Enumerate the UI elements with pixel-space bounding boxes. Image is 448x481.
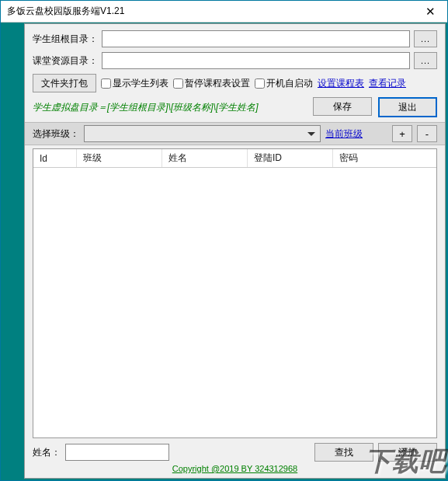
titlebar: 多饭云盘校园版服务端V1.21 ✕ xyxy=(1,1,447,23)
current-class-link[interactable]: 当前班级 xyxy=(325,127,363,141)
col-id[interactable]: Id xyxy=(33,149,77,167)
auto-start-label: 开机自启动 xyxy=(266,77,313,90)
set-schedule-link[interactable]: 设置课程表 xyxy=(318,77,364,90)
footer-row: 姓名： 查找 添加 xyxy=(33,438,437,463)
class-combo[interactable] xyxy=(84,125,321,142)
class-res-row: 课堂资源目录： ... xyxy=(33,52,437,69)
app-window: 多饭云盘校园版服务端V1.21 ✕ 学生组根目录： ... 课堂资源目录： ..… xyxy=(0,0,448,481)
main-panel: 学生组根目录： ... 课堂资源目录： ... 文件夹打包 显示学生列表 暂停课… xyxy=(24,23,446,479)
close-icon: ✕ xyxy=(425,5,436,19)
student-root-row: 学生组根目录： ... xyxy=(33,30,437,47)
browse-student-root-button[interactable]: ... xyxy=(414,30,437,47)
find-button[interactable]: 查找 xyxy=(314,443,373,462)
pause-schedule-checkbox[interactable]: 暂停课程表设置 xyxy=(173,77,250,90)
exit-button[interactable]: 退出 xyxy=(378,97,437,117)
virtual-path-hint: 学生虚拟盘目录＝[学生组根目录]\[班级名称]\[学生姓名] xyxy=(33,101,259,114)
name-label: 姓名： xyxy=(33,446,61,459)
name-input[interactable] xyxy=(65,444,169,461)
show-students-label: 显示学生列表 xyxy=(113,77,168,90)
col-name[interactable]: 姓名 xyxy=(162,149,248,167)
show-students-checkbox[interactable]: 显示学生列表 xyxy=(101,77,168,90)
select-class-label: 选择班级： xyxy=(33,127,79,141)
student-root-input[interactable] xyxy=(102,30,410,47)
col-login[interactable]: 登陆ID xyxy=(248,149,333,167)
close-button[interactable]: ✕ xyxy=(413,1,447,22)
show-students-check[interactable] xyxy=(101,78,111,89)
auto-start-check[interactable] xyxy=(255,78,265,89)
class-res-label: 课堂资源目录： xyxy=(33,54,98,68)
class-res-input[interactable] xyxy=(102,52,410,69)
options-row: 文件夹打包 显示学生列表 暂停课程表设置 开机自启动 设置课程表 查看记录 xyxy=(33,74,437,92)
view-log-link[interactable]: 查看记录 xyxy=(369,77,406,90)
window-title: 多饭云盘校园版服务端V1.21 xyxy=(1,5,413,18)
auto-start-checkbox[interactable]: 开机自启动 xyxy=(255,77,313,90)
copyright-link[interactable]: Copyright @2019 BY 324312968 xyxy=(33,464,437,473)
body-wrap: 学生组根目录： ... 课堂资源目录： ... 文件夹打包 显示学生列表 暂停课… xyxy=(1,23,447,480)
pause-schedule-label: 暂停课程表设置 xyxy=(185,77,250,90)
table-header: Id 班级 姓名 登陆ID 密码 xyxy=(33,149,436,168)
col-class[interactable]: 班级 xyxy=(77,149,162,167)
add-class-button[interactable]: + xyxy=(392,125,412,142)
col-pwd[interactable]: 密码 xyxy=(333,149,436,167)
left-gutter xyxy=(2,23,24,479)
hint-row: 学生虚拟盘目录＝[学生组根目录]\[班级名称]\[学生姓名] 保存 退出 xyxy=(33,97,437,117)
class-selector-bar: 选择班级： 当前班级 + - xyxy=(25,122,445,145)
table-body[interactable] xyxy=(33,168,436,437)
save-button[interactable]: 保存 xyxy=(313,97,372,116)
browse-class-res-button[interactable]: ... xyxy=(414,52,437,69)
add-button[interactable]: 添加 xyxy=(378,443,437,462)
student-root-label: 学生组根目录： xyxy=(33,33,98,46)
remove-class-button[interactable]: - xyxy=(417,125,437,142)
pack-folder-button[interactable]: 文件夹打包 xyxy=(33,74,96,92)
pause-schedule-check[interactable] xyxy=(173,78,183,89)
student-table: Id 班级 姓名 登陆ID 密码 xyxy=(33,148,437,438)
